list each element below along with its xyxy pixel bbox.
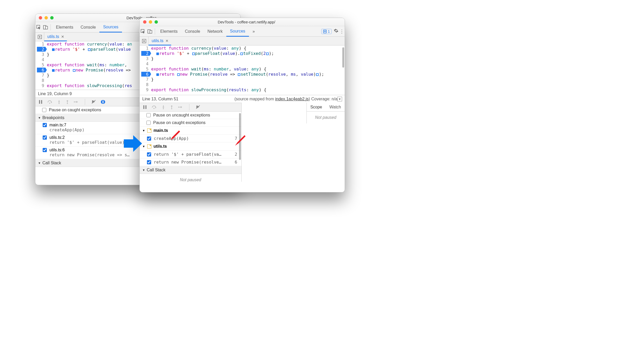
issues-badge[interactable]: 1 bbox=[321, 29, 332, 34]
breakpoint-file[interactable]: main.ts:7 bbox=[49, 123, 66, 127]
breakpoint-checkbox[interactable] bbox=[43, 135, 47, 140]
code-editor[interactable]: 1export function currency(value: any) {2… bbox=[140, 46, 345, 95]
pause-icon[interactable] bbox=[143, 105, 147, 109]
device-icon[interactable] bbox=[42, 25, 49, 30]
dropdown-icon[interactable]: ▼ bbox=[337, 97, 342, 101]
breakpoint-checkbox[interactable] bbox=[147, 160, 151, 164]
tab-elements[interactable]: Elements bbox=[157, 26, 181, 36]
tab-scope[interactable]: Scope bbox=[307, 103, 326, 111]
close-icon[interactable] bbox=[143, 20, 146, 24]
inspect-icon[interactable] bbox=[35, 25, 42, 30]
breakpoint-checkbox[interactable] bbox=[147, 152, 151, 157]
deactivate-breakpoints-icon[interactable] bbox=[91, 100, 96, 104]
file-icon bbox=[147, 128, 151, 133]
svg-marker-11 bbox=[101, 100, 105, 104]
pause-caught-label: Pause on caught exceptions bbox=[153, 120, 206, 125]
tab-network[interactable]: Network bbox=[204, 26, 226, 36]
svg-point-24 bbox=[163, 108, 164, 109]
minimize-icon[interactable] bbox=[44, 16, 48, 20]
kebab-icon[interactable]: ⋮ bbox=[339, 29, 345, 34]
breakpoint-file[interactable]: utils.ts:2 bbox=[49, 135, 65, 140]
breakpoint-code[interactable]: return '$' + parseFloat(va… bbox=[154, 152, 221, 157]
deactivate-breakpoints-icon[interactable] bbox=[196, 105, 200, 109]
devtools-window-right: DevTools - coffee-cart.netlify.app/ Elem… bbox=[139, 18, 345, 192]
svg-rect-22 bbox=[145, 105, 146, 109]
navigator-toggle-icon[interactable] bbox=[35, 32, 44, 41]
annotation-red-arrow bbox=[170, 130, 181, 140]
inspect-icon[interactable] bbox=[140, 29, 146, 34]
tab-console[interactable]: Console bbox=[181, 26, 204, 36]
breakpoint-checkbox[interactable] bbox=[43, 123, 47, 127]
pause-caught-label: Pause on caught exceptions bbox=[49, 108, 101, 112]
annotation-red-arrow bbox=[235, 135, 246, 146]
breakpoint-code[interactable]: return new Promise(resolve… bbox=[154, 160, 221, 165]
right-panel: Scope Watch Not paused bbox=[306, 103, 345, 124]
tab-console[interactable]: Console bbox=[77, 22, 100, 32]
scope-not-paused: Not paused bbox=[307, 112, 345, 124]
callstack-header[interactable]: Call Stack bbox=[42, 161, 61, 165]
device-icon[interactable] bbox=[146, 29, 153, 34]
debugger-toolbar bbox=[140, 103, 241, 112]
close-icon[interactable]: ✕ bbox=[61, 35, 64, 39]
step-out-icon[interactable] bbox=[170, 105, 174, 109]
file-icon bbox=[147, 144, 151, 148]
breakpoint-line: 2 bbox=[235, 152, 239, 157]
svg-point-8 bbox=[67, 103, 68, 104]
pause-exceptions-icon[interactable] bbox=[101, 100, 105, 104]
svg-rect-16 bbox=[150, 30, 152, 33]
step-into-icon[interactable] bbox=[162, 105, 165, 109]
minimize-icon[interactable] bbox=[149, 20, 152, 24]
scrollbar[interactable] bbox=[342, 47, 344, 68]
pause-uncaught-checkbox[interactable] bbox=[146, 113, 151, 117]
window-title: DevTools - coffee-cart.netlify.app/ bbox=[161, 20, 345, 24]
svg-point-6 bbox=[49, 103, 50, 104]
close-icon[interactable] bbox=[39, 16, 42, 20]
step-out-icon[interactable] bbox=[66, 100, 69, 104]
tab-elements[interactable]: Elements bbox=[52, 22, 77, 32]
step-over-icon[interactable] bbox=[152, 105, 157, 109]
breakpoint-file[interactable]: utils.ts:6 bbox=[49, 148, 65, 152]
svg-point-23 bbox=[153, 108, 155, 109]
breakpoint-group-file[interactable]: main.ts bbox=[153, 128, 168, 133]
svg-rect-5 bbox=[41, 100, 42, 104]
svg-rect-12 bbox=[102, 101, 103, 103]
pause-caught-checkbox[interactable] bbox=[146, 121, 151, 125]
pause-caught-checkbox[interactable] bbox=[42, 108, 46, 112]
step-icon[interactable] bbox=[74, 100, 79, 104]
navigator-toggle-icon[interactable] bbox=[140, 37, 149, 46]
maximize-icon[interactable] bbox=[155, 20, 158, 24]
svg-point-9 bbox=[74, 101, 75, 102]
pause-icon[interactable] bbox=[38, 100, 43, 104]
tab-sources[interactable]: Sources bbox=[99, 22, 122, 32]
step-into-icon[interactable] bbox=[57, 100, 61, 104]
step-icon[interactable] bbox=[178, 105, 183, 109]
breakpoint-group-file[interactable]: utils.ts bbox=[153, 144, 167, 149]
svg-point-26 bbox=[178, 107, 179, 108]
step-over-icon[interactable] bbox=[47, 100, 53, 104]
tab-sources[interactable]: Sources bbox=[226, 27, 249, 37]
svg-point-7 bbox=[59, 103, 60, 104]
file-tab-label: utils.ts bbox=[47, 34, 59, 39]
svg-rect-21 bbox=[143, 105, 144, 109]
svg-rect-13 bbox=[103, 101, 104, 103]
gear-icon[interactable] bbox=[333, 28, 339, 34]
tab-watch[interactable]: Watch bbox=[326, 103, 345, 111]
svg-rect-4 bbox=[39, 100, 40, 104]
breakpoint-checkbox[interactable] bbox=[147, 136, 151, 141]
maximize-icon[interactable] bbox=[50, 16, 54, 20]
more-tabs[interactable]: » bbox=[249, 26, 259, 36]
cursor-position: Line 13, Column 51 bbox=[142, 97, 178, 101]
annotation-blue-arrow bbox=[124, 135, 142, 152]
breakpoints-header[interactable]: Breakpoints bbox=[42, 115, 65, 120]
source-map-status: (source mapped from index.1ac4eab2.js) C… bbox=[234, 97, 337, 101]
issues-count: 1 bbox=[328, 29, 330, 34]
source-map-link[interactable]: index.1ac4eab2.js bbox=[275, 97, 309, 101]
file-tab-utils[interactable]: utils.ts ✕ bbox=[44, 33, 67, 41]
callstack-header[interactable]: Call Stack bbox=[147, 168, 165, 172]
cursor-position: Line 19, Column 9 bbox=[38, 92, 72, 96]
breakpoint-checkbox[interactable] bbox=[43, 148, 47, 152]
file-tab-utils[interactable]: utils.ts ✕ bbox=[149, 37, 171, 46]
breakpoint-line: 6 bbox=[235, 160, 239, 165]
callstack-not-paused: Not paused bbox=[140, 174, 241, 186]
close-icon[interactable]: ✕ bbox=[165, 39, 169, 43]
